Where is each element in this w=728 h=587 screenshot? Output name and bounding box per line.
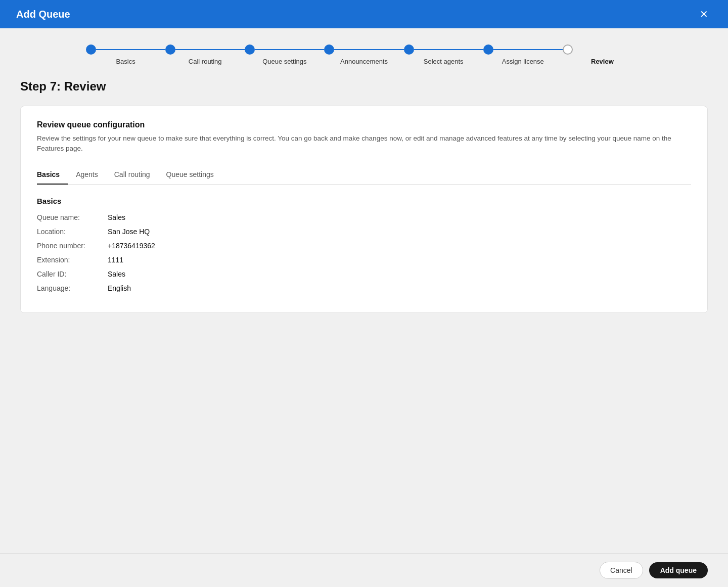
tab-basics[interactable]: Basics [37, 166, 68, 185]
field-row: Queue name:Sales [37, 213, 691, 221]
step-announcements: Announcements [324, 44, 403, 65]
main-content: Basics Call routing Queue settings [0, 28, 728, 553]
step-line-2 [175, 49, 245, 50]
tab-queue-settings[interactable]: Queue settings [166, 166, 222, 185]
cancel-button[interactable]: Cancel [600, 562, 643, 579]
field-label: Phone number: [37, 242, 108, 250]
step-dot-basics [86, 44, 96, 55]
step-line-4 [334, 49, 403, 50]
step-dot-review [563, 44, 573, 55]
basics-section-title: Basics [37, 197, 691, 205]
card-title: Review queue configuration [37, 120, 691, 129]
step-label-review: Review [591, 58, 614, 65]
field-value: +18736419362 [108, 242, 155, 250]
step-label-call-routing: Call routing [189, 58, 222, 65]
dialog-header: Add Queue ✕ [0, 0, 728, 28]
field-value: Sales [108, 270, 125, 278]
step-dot-queue-settings [245, 44, 255, 55]
step-dot-call-routing [165, 44, 175, 55]
step-basics: Basics [86, 44, 165, 65]
add-queue-button[interactable]: Add queue [649, 562, 708, 578]
step-dot-assign-license [483, 44, 493, 55]
stepper: Basics Call routing Queue settings [20, 44, 708, 65]
card-description: Review the settings for your new queue t… [37, 133, 691, 154]
step-call-routing: Call routing [165, 44, 245, 65]
page-title: Step 7: Review [20, 79, 708, 94]
step-dot-announcements [324, 44, 334, 55]
field-value: San Jose HQ [108, 228, 150, 236]
field-value: 1111 [108, 256, 123, 264]
step-label-assign-license: Assign license [502, 58, 544, 65]
stepper-inner: Basics Call routing Queue settings [86, 44, 642, 65]
step-dot-select-agents [404, 44, 414, 55]
field-label: Language: [37, 284, 108, 292]
field-label: Caller ID: [37, 270, 108, 278]
step-line-5 [414, 49, 483, 50]
step-assign-license: Assign license [483, 44, 563, 65]
step-label-queue-settings: Queue settings [262, 58, 306, 65]
step-label-basics: Basics [116, 58, 135, 65]
field-label: Queue name: [37, 213, 108, 221]
footer: Cancel Add queue [0, 553, 728, 587]
field-value: English [108, 284, 131, 292]
dialog-title: Add Queue [16, 9, 70, 20]
field-label: Extension: [37, 256, 108, 264]
field-value: Sales [108, 213, 125, 221]
step-line-3 [255, 49, 324, 50]
field-row: Language:English [37, 284, 691, 292]
step-label-announcements: Announcements [340, 58, 388, 65]
tab-agents[interactable]: Agents [76, 166, 106, 185]
field-label: Location: [37, 228, 108, 236]
field-row: Location:San Jose HQ [37, 228, 691, 236]
field-row: Extension:1111 [37, 256, 691, 264]
field-row: Caller ID:Sales [37, 270, 691, 278]
step-line-1 [96, 49, 165, 50]
field-row: Phone number:+18736419362 [37, 242, 691, 250]
review-card: Review queue configuration Review the se… [20, 106, 708, 313]
step-label-select-agents: Select agents [424, 58, 464, 65]
basics-fields: Queue name:SalesLocation:San Jose HQPhon… [37, 213, 691, 292]
step-queue-settings: Queue settings [245, 44, 324, 65]
close-button[interactable]: ✕ [696, 6, 712, 22]
step-select-agents: Select agents [404, 44, 483, 65]
step-line-6 [493, 49, 563, 50]
step-review: Review [563, 44, 642, 65]
close-icon: ✕ [700, 8, 708, 20]
tab-call-routing[interactable]: Call routing [114, 166, 158, 185]
review-tabs: Basics Agents Call routing Queue setting… [37, 166, 691, 185]
